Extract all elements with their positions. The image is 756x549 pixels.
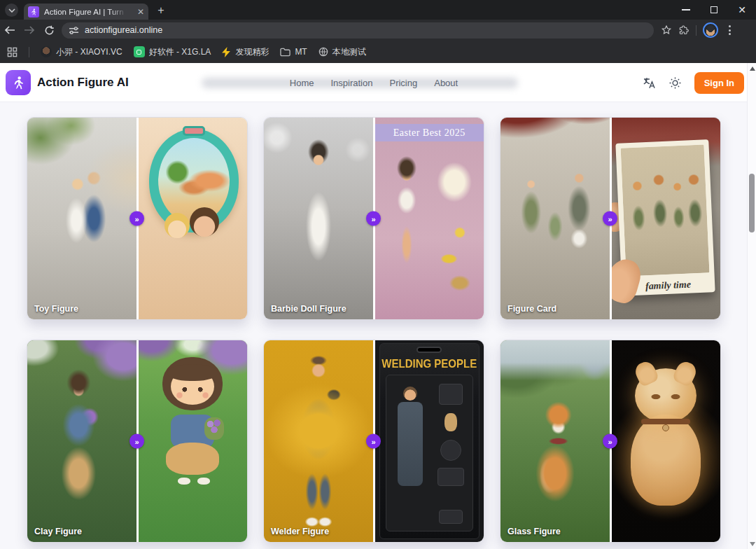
url-text: actionfigureai.online (85, 25, 162, 35)
lightning-icon (222, 47, 231, 57)
card-label: Welder Figure (271, 527, 329, 536)
back-button[interactable] (0, 26, 20, 34)
bookmark-item[interactable]: 本地测试 (318, 46, 366, 58)
generated-figure-image: WELDING PEOPLE (375, 340, 484, 542)
original-photo (264, 340, 373, 542)
compare-badge-icon: » (130, 434, 144, 449)
generated-figure-image (612, 340, 721, 542)
gallery-card-toy-figure[interactable]: » Toy Figure (27, 117, 248, 320)
bookmark-label: 小羿 - XIAOYI.VC (56, 46, 122, 58)
card-label: Toy Figure (34, 304, 78, 314)
extensions-icon[interactable] (678, 25, 690, 36)
bookmark-label: 发现精彩 (235, 46, 269, 58)
tab-search-button[interactable] (5, 4, 18, 17)
scroll-down-arrow[interactable] (750, 542, 755, 546)
bookmark-label: 本地测试 (332, 46, 366, 58)
generated-figure-image: Easter Best 2025 (375, 118, 484, 319)
card-label: Clay Figure (34, 527, 82, 536)
compare-badge-icon: » (603, 434, 617, 449)
scroll-up-arrow[interactable] (750, 67, 755, 71)
generated-figure-image (139, 118, 248, 319)
header-actions: Sign In (643, 63, 744, 102)
page-scrollbar[interactable] (747, 63, 756, 549)
original-photo (500, 340, 610, 542)
package-banner: Easter Best 2025 (375, 124, 484, 141)
compare-badge-icon: » (366, 211, 381, 226)
chevron-down-icon (8, 8, 15, 13)
inspiration-gallery: » Toy Figure Easter Best 2025 » Barbie D… (27, 117, 721, 543)
compare-badge-icon: » (366, 434, 381, 449)
toolbar-separator (696, 25, 696, 36)
folder-icon (280, 48, 290, 57)
apps-grid-icon[interactable] (7, 47, 18, 57)
nav-pricing[interactable]: Pricing (389, 78, 417, 88)
forward-button[interactable] (20, 26, 39, 34)
tab-close-icon[interactable]: ✕ (137, 8, 144, 16)
bookmark-item[interactable]: 好软件 - X1G.LA (134, 46, 211, 58)
bookmarks-bar: 小羿 - XIAOYI.VC 好软件 - X1G.LA 发现精彩 MT 本地测试 (0, 41, 756, 63)
maximize-button[interactable] (700, 0, 728, 20)
bookmarks-separator (29, 47, 29, 57)
card-label: Barbie Doll Figure (271, 304, 346, 314)
bookmark-star-icon[interactable] (661, 25, 672, 36)
gallery-card-barbie-doll[interactable]: Easter Best 2025 » Barbie Doll Figure (263, 117, 484, 320)
main-nav: Home Inspiration Pricing About (0, 63, 748, 102)
address-bar[interactable]: actionfigureai.online (62, 22, 654, 39)
site-favicon (28, 6, 39, 18)
generated-figure-image (139, 340, 248, 542)
generated-figure-image: family time (612, 118, 721, 319)
gallery-card-welder-figure[interactable]: WELDING PEOPLE » Welder Figure (263, 340, 484, 543)
minimize-button[interactable] (672, 0, 700, 20)
gallery-card-figure-card[interactable]: family time » Figure Card (500, 117, 721, 320)
window-controls: ✕ (672, 0, 756, 20)
bookmark-avatar-icon (41, 46, 52, 57)
original-photo (27, 118, 136, 319)
card-label: Glass Figure (507, 527, 561, 536)
blister-pack: WELDING PEOPLE (379, 343, 480, 539)
card-label: Figure Card (507, 304, 556, 314)
profile-avatar[interactable] (703, 22, 718, 38)
sign-in-button[interactable]: Sign In (694, 72, 744, 94)
site-header: Action Figure AI Home Inspiration Pricin… (0, 63, 748, 102)
bookmark-item[interactable]: 发现精彩 (222, 46, 269, 58)
bookmark-app-icon (134, 46, 145, 57)
bookmark-item[interactable]: 小羿 - XIAOYI.VC (41, 46, 122, 58)
browser-tab[interactable]: Action Figure AI | Turn Yourse ✕ (24, 4, 148, 20)
compare-badge-icon: » (130, 211, 144, 226)
webpage: Action Figure AI Home Inspiration Pricin… (0, 63, 756, 549)
close-button[interactable]: ✕ (728, 0, 756, 20)
nav-home[interactable]: Home (290, 78, 314, 88)
original-photo (27, 340, 136, 542)
browser-toolbar: actionfigureai.online (0, 20, 756, 41)
site-settings-icon[interactable] (69, 26, 79, 35)
gallery-card-clay-figure[interactable]: » Clay Figure (27, 340, 248, 543)
new-tab-button[interactable]: + (154, 4, 168, 17)
nav-inspiration[interactable]: Inspiration (330, 78, 372, 88)
bookmark-label: 好软件 - X1G.LA (149, 46, 211, 58)
toy-clamshell (149, 129, 239, 232)
toolbar-right (661, 22, 735, 38)
title-bar: Action Figure AI | Turn Yourse ✕ + ✕ (0, 0, 756, 20)
globe-icon (318, 47, 328, 57)
scrollbar-thumb[interactable] (749, 174, 755, 232)
tab-title: Action Figure AI | Turn Yourse (44, 8, 127, 16)
bookmark-label: MT (295, 47, 307, 57)
pack-title: WELDING PEOPLE (380, 356, 479, 370)
gallery-card-glass-figure[interactable]: » Glass Figure (500, 340, 721, 543)
reload-button[interactable] (39, 25, 59, 36)
bookmark-folder[interactable]: MT (280, 47, 307, 57)
browser-menu-icon[interactable] (724, 25, 735, 35)
language-icon[interactable] (643, 76, 656, 90)
original-photo (264, 118, 373, 319)
nav-about[interactable]: About (434, 78, 458, 88)
browser-window: Action Figure AI | Turn Yourse ✕ + ✕ act… (0, 0, 756, 549)
original-photo (500, 118, 610, 319)
compare-badge-icon: » (603, 211, 617, 226)
theme-sun-icon[interactable] (668, 76, 682, 90)
